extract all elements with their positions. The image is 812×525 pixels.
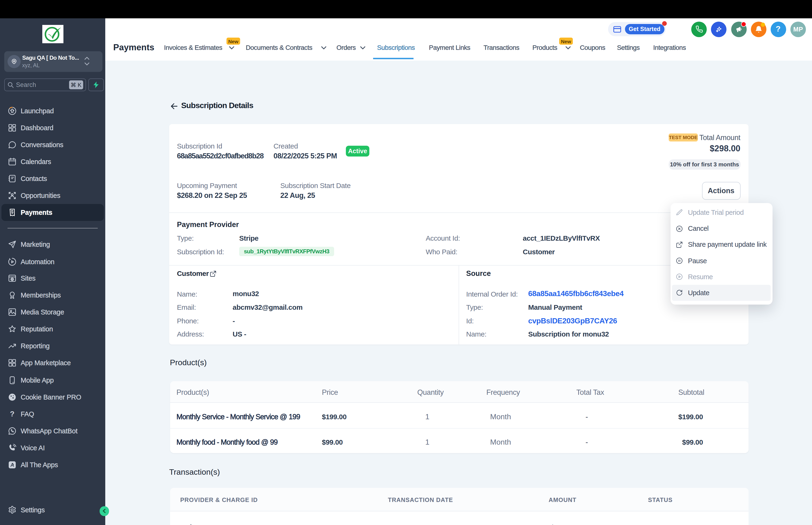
svg-text:?: ? <box>10 410 14 418</box>
